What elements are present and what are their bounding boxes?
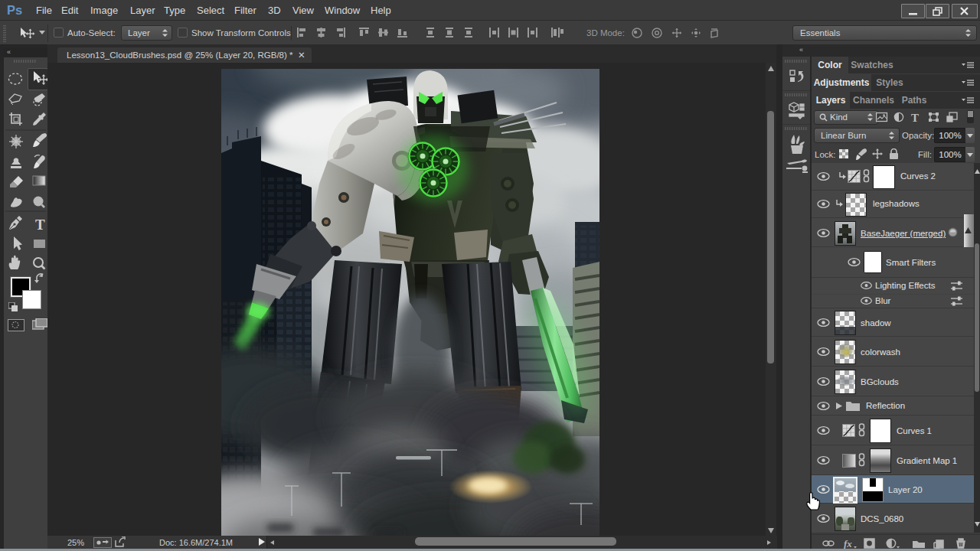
svg-text:T: T — [35, 217, 45, 233]
svg-text:fx: fx — [844, 538, 852, 549]
svg-text:T: T — [911, 112, 919, 122]
